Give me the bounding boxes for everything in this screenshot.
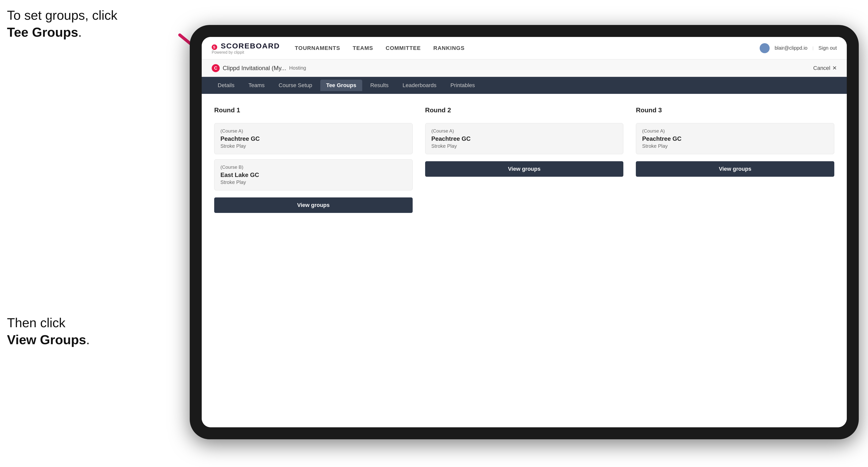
round-1-view-groups-button[interactable]: View groups [214,197,413,213]
round-1-course-b-name: East Lake GC [220,172,406,179]
tab-course-setup[interactable]: Course Setup [273,80,318,91]
tournament-c-icon: C [212,64,220,72]
round-3-course-a-type: Stroke Play [642,143,828,149]
nav-links: TOURNAMENTS TEAMS COMMITTEE RANKINGS [295,43,760,54]
nav-tournaments[interactable]: TOURNAMENTS [295,43,340,54]
round-1-column: Round 1 (Course A) Peachtree GC Stroke P… [214,106,413,213]
nav-teams[interactable]: TEAMS [353,43,373,54]
instruction-bottom: Then click View Groups. [7,314,90,348]
round-2-course-a-name: Peachtree GC [431,135,617,142]
tab-tee-groups[interactable]: Tee Groups [320,80,363,91]
rounds-grid: Round 1 (Course A) Peachtree GC Stroke P… [214,106,834,213]
tournament-title: C Clippd Invitational (My... Hosting [212,64,306,72]
tab-printables[interactable]: Printables [444,80,481,91]
round-2-course-a-label: (Course A) [431,128,617,134]
tab-bar: Details Teams Course Setup Tee Groups Re… [202,77,847,94]
round-1-course-a-type: Stroke Play [220,143,406,149]
sign-out-link[interactable]: Sign out [818,45,837,51]
instruction-top-line1: To set groups, click [7,7,117,24]
top-nav: S SCOREBOARD Powered by clippit TOURNAME… [202,37,847,59]
round-2-course-a-type: Stroke Play [431,143,617,149]
main-content: Round 1 (Course A) Peachtree GC Stroke P… [202,94,847,427]
round-2-view-groups-button[interactable]: View groups [425,161,624,177]
round-1-course-b-label: (Course B) [220,164,406,170]
round-1-course-a-label: (Course A) [220,128,406,134]
instruction-top: To set groups, click Tee Groups. [7,7,117,41]
round-3-course-a-card: (Course A) Peachtree GC Stroke Play [636,123,834,154]
logo-powered: Powered by clippit [212,50,280,55]
user-email: blair@clippd.io [775,45,807,51]
nav-rankings[interactable]: RANKINGS [433,43,465,54]
round-3-column: Round 3 (Course A) Peachtree GC Stroke P… [636,106,834,213]
tab-teams[interactable]: Teams [242,80,271,91]
sub-nav: C Clippd Invitational (My... Hosting Can… [202,59,847,77]
tournament-name: Clippd Invitational (My... [223,65,286,72]
logo-area: S SCOREBOARD Powered by clippit [212,42,280,55]
round-2-title: Round 2 [425,106,624,114]
instruction-bottom-line2: View Groups. [7,332,90,348]
round-1-course-a-card: (Course A) Peachtree GC Stroke Play [214,123,413,154]
round-1-title: Round 1 [214,106,413,114]
round-2-course-a-card: (Course A) Peachtree GC Stroke Play [425,123,624,154]
logo-c-icon: S [212,44,217,50]
round-3-course-a-name: Peachtree GC [642,135,828,142]
nav-committee[interactable]: COMMITTEE [386,43,421,54]
tab-leaderboards[interactable]: Leaderboards [397,80,443,91]
round-3-title: Round 3 [636,106,834,114]
round-1-course-b-card: (Course B) East Lake GC Stroke Play [214,159,413,190]
user-avatar [760,43,770,53]
tab-results[interactable]: Results [364,80,395,91]
round-1-course-b-type: Stroke Play [220,180,406,185]
tablet-screen: S SCOREBOARD Powered by clippit TOURNAME… [202,37,847,427]
nav-right: blair@clippd.io | Sign out [760,43,837,53]
tab-details[interactable]: Details [212,80,240,91]
round-3-view-groups-button[interactable]: View groups [636,161,834,177]
instruction-bottom-line1: Then click [7,314,90,332]
round-1-course-a-name: Peachtree GC [220,135,406,142]
round-3-course-a-label: (Course A) [642,128,828,134]
hosting-badge: Hosting [289,65,306,71]
instruction-top-line2: Tee Groups. [7,24,117,41]
tablet-frame: S SCOREBOARD Powered by clippit TOURNAME… [190,25,859,439]
cancel-button[interactable]: Cancel ✕ [813,65,837,71]
logo: S SCOREBOARD [212,42,280,50]
round-2-column: Round 2 (Course A) Peachtree GC Stroke P… [425,106,624,213]
